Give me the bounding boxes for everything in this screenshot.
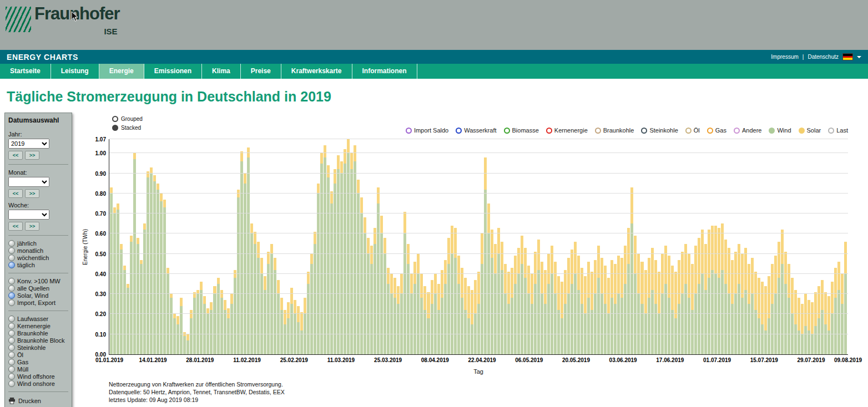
bar-day-94[interactable] bbox=[423, 286, 426, 354]
bar-day-126[interactable] bbox=[531, 274, 533, 354]
bar-day-16[interactable] bbox=[163, 200, 166, 354]
bar-day-91[interactable] bbox=[413, 262, 416, 354]
bar-day-49[interactable] bbox=[274, 258, 276, 354]
bar-day-153[interactable] bbox=[620, 258, 623, 354]
bar-day-197[interactable] bbox=[768, 276, 770, 354]
bar-day-145[interactable] bbox=[594, 260, 597, 354]
bar-day-105[interactable] bbox=[461, 268, 463, 354]
nav-tab-informationen[interactable]: Informationen bbox=[352, 64, 417, 79]
bar-day-55[interactable] bbox=[294, 300, 296, 354]
bar-day-128[interactable] bbox=[537, 240, 540, 354]
bar-day-93[interactable] bbox=[420, 274, 423, 354]
bar-day-138[interactable] bbox=[571, 250, 573, 354]
bar-day-217[interactable] bbox=[834, 268, 837, 354]
bar-day-188[interactable] bbox=[738, 244, 740, 354]
bar-day-54[interactable] bbox=[290, 288, 293, 354]
fuel-radio-laufwasser[interactable]: Laufwasser bbox=[8, 316, 68, 322]
fuel-radio-gas[interactable]: Gas bbox=[8, 359, 68, 365]
bar-day-171[interactable] bbox=[681, 252, 684, 354]
bar-day-206[interactable] bbox=[798, 298, 800, 354]
bar-day-130[interactable] bbox=[544, 270, 547, 354]
bar-day-108[interactable] bbox=[471, 290, 473, 354]
bar-day-152[interactable] bbox=[617, 256, 620, 354]
legend-item-steinkohle[interactable]: Steinkohle bbox=[641, 127, 678, 134]
bar-day-198[interactable] bbox=[771, 264, 774, 354]
nav-tab-startseite[interactable]: Startseite bbox=[0, 64, 51, 79]
legend-item-wind[interactable]: Wind bbox=[769, 127, 791, 134]
bar-day-10[interactable] bbox=[143, 223, 146, 354]
bar-day-79[interactable] bbox=[374, 228, 376, 354]
bar-day-201[interactable] bbox=[781, 230, 784, 354]
bar-day-166[interactable] bbox=[664, 246, 667, 354]
bar-day-87[interactable] bbox=[400, 274, 403, 354]
bar-day-64[interactable] bbox=[324, 145, 326, 354]
bar-day-98[interactable] bbox=[437, 284, 440, 354]
bar-day-85[interactable] bbox=[393, 278, 396, 354]
bar-day-99[interactable] bbox=[441, 270, 443, 354]
scope-radio-solar-wind[interactable]: Solar, Wind bbox=[8, 292, 68, 299]
bar-day-149[interactable] bbox=[607, 278, 610, 354]
bar-day-132[interactable] bbox=[551, 246, 553, 354]
bar-day-22[interactable] bbox=[183, 332, 186, 354]
bar-day-18[interactable] bbox=[170, 294, 173, 354]
bar-day-20[interactable] bbox=[176, 316, 179, 354]
bar-day-125[interactable] bbox=[527, 266, 530, 354]
fuel-radio-kernenergie[interactable]: Kernenergie bbox=[8, 323, 68, 329]
bar-day-24[interactable] bbox=[190, 310, 193, 354]
bar-day-142[interactable] bbox=[584, 276, 587, 354]
bar-day-202[interactable] bbox=[784, 252, 787, 354]
month-select[interactable] bbox=[8, 177, 49, 187]
bar-day-186[interactable] bbox=[731, 260, 734, 354]
bar-day-30[interactable] bbox=[210, 302, 213, 354]
bar-day-218[interactable] bbox=[837, 262, 840, 354]
bar-day-182[interactable] bbox=[718, 228, 720, 354]
legend-item-kernenergie[interactable]: Kernenergie bbox=[546, 127, 588, 134]
bar-day-117[interactable] bbox=[501, 242, 503, 354]
interval-radio-monatlich[interactable]: monatlich bbox=[8, 247, 68, 254]
bar-day-77[interactable] bbox=[367, 238, 370, 354]
bar-day-1[interactable] bbox=[113, 207, 116, 354]
bar-day-210[interactable] bbox=[811, 302, 814, 354]
bar-day-35[interactable] bbox=[227, 308, 230, 354]
bar-day-52[interactable] bbox=[284, 310, 286, 354]
bar-day-104[interactable] bbox=[457, 256, 460, 354]
bar-day-133[interactable] bbox=[554, 262, 557, 354]
month-prev-button[interactable]: << bbox=[8, 189, 23, 198]
scope-radio-alle-quellen[interactable]: alle Quellen bbox=[8, 285, 68, 292]
bar-day-154[interactable] bbox=[624, 246, 627, 354]
bar-day-34[interactable] bbox=[224, 300, 226, 354]
bar-day-127[interactable] bbox=[534, 252, 537, 354]
bar-day-168[interactable] bbox=[671, 266, 674, 354]
bar-day-32[interactable] bbox=[217, 278, 220, 354]
year-select[interactable]: 2019 bbox=[8, 139, 49, 149]
bar-day-36[interactable] bbox=[230, 294, 233, 354]
bar-day-95[interactable] bbox=[427, 292, 430, 354]
bar-day-170[interactable] bbox=[678, 260, 680, 354]
nav-tab-leistung[interactable]: Leistung bbox=[51, 64, 99, 79]
year-next-button[interactable]: >> bbox=[25, 151, 39, 160]
bar-day-135[interactable] bbox=[561, 282, 563, 354]
bar-day-67[interactable] bbox=[334, 169, 336, 354]
bar-day-174[interactable] bbox=[691, 264, 694, 354]
bar-day-29[interactable] bbox=[206, 308, 209, 354]
bar-day-26[interactable] bbox=[196, 290, 199, 354]
fuel-radio-wind-onshore[interactable]: Wind onshore bbox=[8, 380, 68, 387]
bar-day-176[interactable] bbox=[698, 238, 700, 354]
bar-day-106[interactable] bbox=[464, 278, 467, 354]
nav-tab-kraftwerkskarte[interactable]: Kraftwerkskarte bbox=[281, 64, 352, 79]
bar-day-14[interactable] bbox=[157, 184, 159, 354]
bar-day-73[interactable] bbox=[354, 145, 356, 354]
bar-day-118[interactable] bbox=[504, 264, 507, 354]
bar-day-96[interactable] bbox=[431, 280, 433, 354]
bar-day-136[interactable] bbox=[564, 270, 567, 354]
legend-item-biomasse[interactable]: Biomasse bbox=[504, 127, 539, 134]
bar-day-31[interactable] bbox=[213, 286, 216, 354]
bar-day-177[interactable] bbox=[701, 230, 704, 354]
bar-day-181[interactable] bbox=[714, 226, 717, 354]
fuel-radio-ol[interactable]: Öl bbox=[8, 352, 68, 358]
bar-day-101[interactable] bbox=[447, 238, 450, 354]
bar-day-75[interactable] bbox=[360, 197, 363, 354]
bar-day-71[interactable] bbox=[347, 139, 350, 354]
fuel-radio-braunkohle[interactable]: Braunkohle bbox=[8, 330, 68, 337]
bar-day-141[interactable] bbox=[581, 268, 583, 354]
